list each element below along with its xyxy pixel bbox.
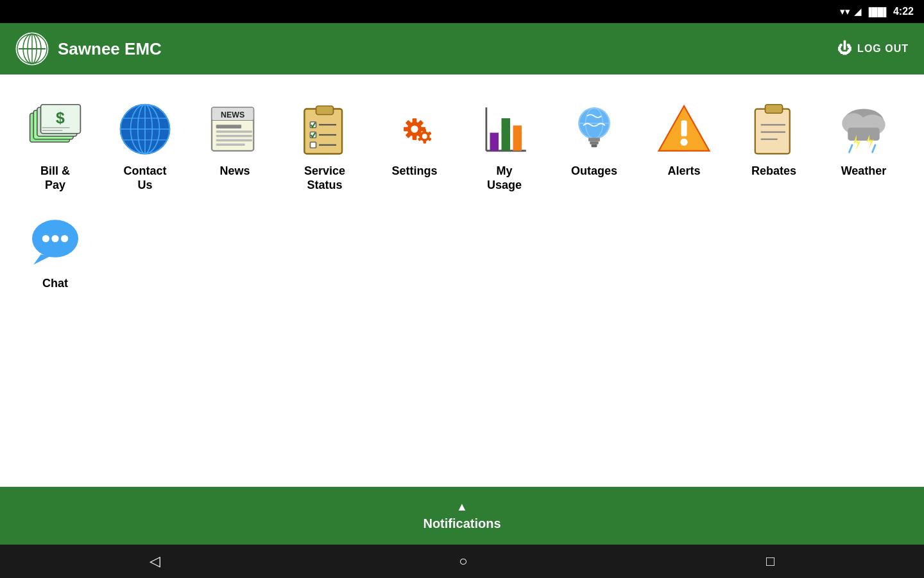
service-status-label: ServiceStatus <box>304 164 345 192</box>
settings-icon <box>386 100 443 158</box>
brand-name: Sawnee EMC <box>58 39 162 59</box>
svg-rect-79 <box>848 128 880 141</box>
news-label: News <box>219 164 250 179</box>
svg-rect-72 <box>766 105 783 114</box>
menu-item-service-status[interactable]: ServiceStatus <box>280 90 370 202</box>
notifications-arrow: ▲ <box>456 500 468 514</box>
menu-item-bill-pay[interactable]: $ Bill &Pay <box>10 90 100 202</box>
svg-rect-31 <box>316 106 334 115</box>
app-header: Sawnee EMC ⏻ LOG OUT <box>0 23 924 74</box>
rebates-label: Rebates <box>751 164 796 179</box>
rebates-icon <box>745 100 803 158</box>
svg-rect-65 <box>588 138 600 142</box>
menu-item-chat[interactable]: Chat <box>10 202 100 301</box>
svg-line-83 <box>873 145 876 152</box>
menu-item-weather[interactable]: Weather <box>819 90 909 202</box>
svg-rect-27 <box>216 139 252 141</box>
svg-rect-53 <box>424 141 427 144</box>
svg-point-49 <box>422 134 427 139</box>
icon-grid: $ Bill &Pay <box>10 90 914 301</box>
settings-label: Settings <box>391 164 437 179</box>
svg-rect-28 <box>216 144 245 146</box>
chat-label: Chat <box>42 277 68 291</box>
svg-rect-67 <box>592 144 597 148</box>
svg-rect-24 <box>216 125 241 128</box>
android-nav: ◁ ○ □ <box>0 545 924 578</box>
chat-icon <box>26 213 84 270</box>
menu-item-news[interactable]: NEWS News <box>190 90 280 202</box>
svg-line-82 <box>850 145 853 152</box>
menu-item-settings[interactable]: Settings <box>370 90 459 202</box>
svg-rect-40 <box>413 118 417 123</box>
logout-icon: ⏻ <box>837 40 852 57</box>
alerts-icon <box>655 100 713 158</box>
svg-rect-26 <box>216 135 252 137</box>
weather-label: Weather <box>841 164 887 179</box>
menu-item-alerts[interactable]: Alerts <box>639 90 729 202</box>
recent-button[interactable]: □ <box>766 553 774 570</box>
home-button[interactable]: ○ <box>459 553 467 570</box>
bill-pay-icon: $ <box>26 100 84 158</box>
status-time: 4:22 <box>893 6 914 17</box>
svg-rect-66 <box>590 141 599 144</box>
menu-item-rebates[interactable]: Rebates <box>729 90 819 202</box>
svg-rect-36 <box>311 142 316 148</box>
svg-text:$: $ <box>56 109 65 127</box>
outages-icon <box>565 100 623 158</box>
signal-icon: ◢ <box>854 6 862 17</box>
my-usage-icon <box>475 100 533 158</box>
battery-icon: ▐██▌ <box>866 7 889 17</box>
svg-rect-58 <box>490 133 499 151</box>
news-icon: NEWS <box>206 100 264 158</box>
menu-item-outages[interactable]: Outages <box>549 90 639 202</box>
wifi-icon: ▾▾ <box>840 6 850 17</box>
brand-logo <box>15 32 49 66</box>
contact-us-icon <box>116 100 174 158</box>
status-icons: ▾▾ ◢ ▐██▌ 4:22 <box>840 6 914 17</box>
svg-point-87 <box>51 235 58 242</box>
svg-text:NEWS: NEWS <box>221 110 244 119</box>
svg-point-88 <box>61 235 68 242</box>
svg-rect-50 <box>424 129 427 132</box>
brand: Sawnee EMC <box>15 32 162 66</box>
weather-icon <box>835 100 893 158</box>
main-content: $ Bill &Pay <box>0 74 924 487</box>
menu-item-contact-us[interactable]: ContactUs <box>100 90 190 202</box>
svg-rect-69 <box>681 121 687 137</box>
svg-rect-25 <box>216 130 252 132</box>
svg-point-70 <box>680 139 687 146</box>
outages-label: Outages <box>571 164 617 179</box>
notifications-bar[interactable]: ▲ Notifications <box>0 487 924 545</box>
bill-pay-label: Bill &Pay <box>40 164 70 192</box>
svg-marker-85 <box>33 254 51 265</box>
back-button[interactable]: ◁ <box>150 553 160 570</box>
logout-button[interactable]: ⏻ LOG OUT <box>837 40 909 57</box>
status-bar: ▾▾ ◢ ▐██▌ 4:22 <box>0 0 924 23</box>
svg-point-86 <box>42 235 49 242</box>
notifications-label: Notifications <box>423 516 501 531</box>
svg-point-39 <box>411 125 418 132</box>
svg-rect-59 <box>502 118 511 151</box>
alerts-label: Alerts <box>667 164 700 179</box>
menu-item-my-usage[interactable]: MyUsage <box>459 90 549 202</box>
service-status-icon <box>296 100 354 158</box>
my-usage-label: MyUsage <box>487 164 522 192</box>
svg-rect-60 <box>513 125 522 150</box>
svg-rect-46 <box>404 127 408 132</box>
svg-rect-44 <box>413 136 417 140</box>
contact-us-label: ContactUs <box>124 164 167 192</box>
